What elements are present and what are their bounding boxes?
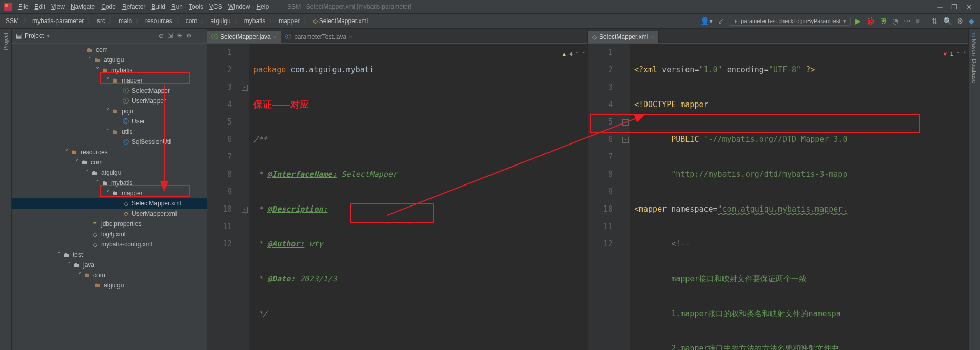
tree-node[interactable]: 🖿com [12, 45, 207, 55]
menu-window[interactable]: Window [225, 2, 253, 11]
crumb[interactable]: com [183, 16, 200, 26]
tree-node[interactable]: ⒸUser [12, 116, 207, 127]
left-code[interactable]: ▲▲4 ^ ˅4 ^ ˅ 123456789101112 - - package… [207, 44, 587, 350]
window-title: SSM - SelectMapper.xml [mybatis-paramete… [287, 3, 411, 10]
menu-navigate[interactable]: Navigate [68, 2, 98, 11]
run-icon[interactable]: ▶ [853, 17, 864, 25]
titlebar: FileEditViewNavigateCodeRefactorBuildRun… [0, 0, 980, 14]
project-settings-icon[interactable]: ⚙ [184, 32, 194, 39]
menu-build[interactable]: Build [148, 2, 168, 11]
menu-refactor[interactable]: Refactor [119, 2, 148, 11]
back-icon[interactable]: ↙ [715, 17, 727, 25]
menu-code[interactable]: Code [98, 2, 119, 11]
tree-node[interactable]: ˅🖿mybatis [12, 178, 207, 188]
project-selector[interactable]: ▤ Project ▾ [16, 32, 50, 39]
close-tab-icon[interactable]: × [349, 34, 352, 40]
tree-node[interactable]: ˅🖿mapper [12, 75, 207, 86]
line-number: 10 [594, 200, 613, 218]
debug-icon[interactable]: 🐞 [864, 17, 877, 25]
tree-label: mybatis [111, 67, 132, 74]
editor-tab[interactable]: ◇SelectMapper.xml× [588, 31, 659, 43]
tree-node[interactable]: 🖿atguigu [12, 280, 207, 291]
expand-all-icon[interactable]: ⇲ [166, 32, 175, 39]
avatar-icon[interactable]: ◆ [966, 17, 977, 25]
tree-node[interactable]: ≡jdbc.properties [12, 219, 207, 229]
coverage-icon[interactable]: ⛨ [877, 17, 890, 25]
tree-node[interactable]: ˅🖿java [12, 260, 207, 270]
folder-icon: 🖿 [63, 251, 71, 259]
settings-icon[interactable]: ⚙ [954, 17, 966, 25]
editor-tab[interactable]: ⒸparameterTest.java× [281, 31, 357, 43]
tree-node[interactable]: ◇UserMapper.xml [12, 209, 207, 219]
intf-icon: Ⓘ [122, 97, 130, 105]
tree-node[interactable]: ˅🖿utils [12, 127, 207, 137]
tree-node[interactable]: ⒸSqlSessionUtil [12, 137, 207, 147]
tree-node[interactable]: ◇mybatis-config.xml [12, 239, 207, 250]
tree-label: SelectMapper [132, 87, 170, 94]
tree-node[interactable]: ˅🖿atguigu [12, 55, 207, 65]
crumb[interactable]: atguigu [208, 16, 233, 26]
xml-icon: ◇ [122, 199, 130, 208]
tree-node[interactable]: ˅🖿com [12, 270, 207, 280]
tree-label: utils [122, 128, 132, 135]
crumb[interactable]: ◇SelectMapper.xml [310, 16, 370, 26]
tree-node[interactable]: ˅🖿test [12, 250, 207, 260]
folder-icon: 🖿 [91, 169, 99, 177]
run-config-selector[interactable]: ⏵parameterTest.checkLoginByParamTest▾ [729, 17, 850, 26]
left-sidetab-project[interactable]: Project [0, 29, 12, 350]
menu-run[interactable]: Run [168, 2, 186, 11]
crumb[interactable]: main [116, 16, 134, 26]
cls-icon: Ⓒ [285, 33, 291, 42]
tree-label: log4j.xml [101, 231, 125, 238]
line-number: 2 [213, 61, 232, 78]
crumb[interactable]: SSM [3, 16, 22, 26]
crumb[interactable]: resources [143, 16, 175, 26]
line-number: 2 [594, 61, 613, 78]
menu-edit[interactable]: Edit [31, 2, 48, 11]
menu-view[interactable]: View [48, 2, 68, 11]
menu-vcs[interactable]: VCS [206, 2, 225, 11]
close-tab-icon[interactable]: × [273, 34, 277, 40]
crumb[interactable]: src [94, 16, 108, 26]
breadcrumb[interactable]: SSM〉mybatis-parameter〉src〉main〉resources… [3, 16, 370, 26]
user-icon[interactable]: 👤▾ [698, 17, 715, 25]
tree-label: com [93, 272, 105, 279]
close-icon[interactable]: ✕ [962, 3, 976, 11]
crumb[interactable]: mybatis [242, 16, 268, 26]
profile-icon[interactable]: ◔ [890, 17, 901, 25]
menu-help[interactable]: Help [253, 2, 272, 11]
crumb[interactable]: mybatis-parameter [30, 16, 86, 26]
editor-tab[interactable]: ⒾSelectMapper.java× [207, 31, 281, 43]
select-opened-icon[interactable]: ⊖ [156, 32, 166, 39]
collapse-all-icon[interactable]: ✳ [175, 32, 184, 39]
menu-tools[interactable]: Tools [186, 2, 206, 11]
update-icon[interactable]: ⇅ [929, 17, 940, 25]
maximize-icon[interactable]: ❐ [947, 3, 962, 11]
menu-file[interactable]: File [15, 2, 31, 11]
tree-node[interactable]: ˅🖿atguigu [12, 168, 207, 178]
annotation-red-1: 保证——对应 [253, 99, 309, 110]
stop-icon[interactable]: ■ [913, 17, 923, 25]
project-tree[interactable]: 🖿com˅🖿atguigu˅🖿mybatis˅🖿mapperⒾSelectMap… [12, 44, 207, 350]
pkg-icon: 🖿 [93, 281, 102, 290]
tree-node[interactable]: ˅🖿mapper [12, 188, 207, 198]
hide-icon[interactable]: ─ [194, 32, 203, 39]
tree-node[interactable]: ◇log4j.xml [12, 229, 207, 239]
search-icon[interactable]: 🔍 [940, 17, 954, 25]
tree-label: UserMapper.xml [132, 210, 177, 217]
tree-node[interactable]: ˅🖿resources [12, 147, 207, 157]
minimize-icon[interactable]: ─ [933, 3, 947, 11]
tree-node[interactable]: ⒾSelectMapper [12, 86, 207, 96]
close-tab-icon[interactable]: × [651, 34, 654, 40]
right-sidetab[interactable]: m Maven Database [968, 29, 980, 350]
more-run-icon[interactable]: ⋯ [901, 17, 913, 25]
line-number: 8 [594, 166, 613, 183]
tree-node[interactable]: ⒾUserMapper [12, 96, 207, 106]
tree-node[interactable]: ˅🖿pojo [12, 106, 207, 116]
tree-node[interactable]: ˅🖿com [12, 157, 207, 168]
tree-node[interactable]: ˅🖿mybatis [12, 65, 207, 75]
right-code[interactable]: ✘1 ^ ˅ 123456789101112 - - <?xml version… [588, 44, 968, 350]
right-editor: ◇SelectMapper.xml× ✘1 ^ ˅ 12345678910111… [588, 29, 968, 350]
tree-node[interactable]: ◇SelectMapper.xml [12, 198, 207, 209]
crumb[interactable]: mapper [276, 16, 302, 26]
